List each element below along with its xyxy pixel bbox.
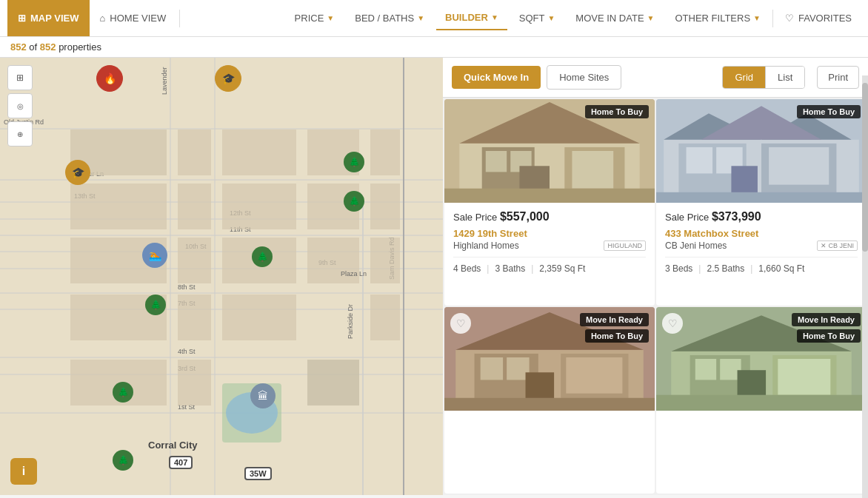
listing-address[interactable]: 433 Matchbox Street <box>665 228 858 239</box>
tree-pin-1[interactable]: 🌲 <box>145 295 166 315</box>
tree-pin-2[interactable]: 🌲 <box>252 246 273 267</box>
svg-rect-61 <box>486 151 507 172</box>
svg-rect-55 <box>370 295 400 340</box>
baths-spec: 3 Baths <box>495 263 525 274</box>
tree-pin-4[interactable]: 🌲 <box>344 191 364 212</box>
home-sites-tab[interactable]: Home Sites <box>547 65 621 90</box>
badge-container: Move In Ready Home To Buy <box>580 313 649 343</box>
home-to-buy-badge: Home To Buy <box>585 329 649 343</box>
listing-card[interactable]: Home To Buy Sale Price $373,990 433 Matc… <box>656 99 867 306</box>
svg-rect-73 <box>687 147 713 174</box>
listing-address[interactable]: 1429 19th Street <box>453 228 646 239</box>
moveindate-filter-label: MOVE IN DATE <box>575 13 644 24</box>
bedbaths-filter-button[interactable]: BED / BATHS ▼ <box>346 7 433 30</box>
listing-info <box>656 411 867 470</box>
beds-spec: 3 Beds <box>665 263 692 274</box>
heart-icon: ♡ <box>785 13 794 24</box>
badge-container: Home To Buy <box>585 105 649 118</box>
spec-divider-2: | <box>750 263 752 274</box>
fire-station-pin[interactable]: 🔥 <box>96 65 123 92</box>
tree-pin-3[interactable]: 🌲 <box>344 152 364 172</box>
sqft-filter-button[interactable]: SQFT ▼ <box>510 7 564 30</box>
svg-rect-96 <box>778 359 830 395</box>
moveindate-filter-button[interactable]: MOVE IN DATE ▼ <box>567 7 663 30</box>
builder-name: CB Jeni Homes <box>665 240 727 251</box>
scrollbar-thumb[interactable] <box>862 83 868 252</box>
favorites-label: FAVORITES <box>798 13 852 24</box>
moveindate-arrow-icon: ▼ <box>647 14 655 22</box>
sqft-arrow-icon: ▼ <box>547 14 555 22</box>
school-pin-left[interactable]: 🎓 <box>65 160 90 185</box>
svg-rect-83 <box>481 357 503 379</box>
traffic-button[interactable]: ◎ <box>7 93 33 118</box>
svg-rect-98 <box>656 394 867 410</box>
move-in-ready-badge: Move In Ready <box>792 313 861 326</box>
home-view-label: HOME VIEW <box>110 13 166 24</box>
listing-card[interactable]: ♡ Move In Ready Home To Buy <box>656 307 867 494</box>
price-filter-button[interactable]: PRICE ▼ <box>286 7 344 30</box>
move-in-ready-badge: Move In Ready <box>580 313 649 326</box>
svg-rect-44 <box>222 129 296 175</box>
sqft-spec: 2,359 Sq Ft <box>539 263 585 274</box>
map-background: Old Justin Rd Harrier Ln 13th St 12th St… <box>0 58 443 495</box>
print-button[interactable]: Print <box>817 66 859 89</box>
map-view-button[interactable]: ⊞ MAP VIEW <box>7 0 90 36</box>
tree-pin-5[interactable]: 🌲 <box>113 382 133 403</box>
listings-grid: Home To Buy Sale Price $557,000 1429 19t… <box>443 98 868 495</box>
price-filter-label: PRICE <box>295 13 324 24</box>
listing-card[interactable]: ♡ Move In Ready Home To Buy <box>444 307 655 494</box>
spec-divider-1: | <box>698 263 701 274</box>
listing-info: Sale Price $373,990 433 Matchbox Street … <box>656 203 867 281</box>
map-view-label: MAP VIEW <box>30 13 79 24</box>
svg-text:Parkside Dr: Parkside Dr <box>347 304 354 339</box>
quick-move-in-tab[interactable]: Quick Move In <box>452 66 541 89</box>
layers-button[interactable]: ⊞ <box>7 65 33 90</box>
nav-divider <box>179 10 180 27</box>
home-to-buy-badge: Home To Buy <box>797 105 861 118</box>
sqft-filter-label: SQFT <box>519 13 545 24</box>
favorite-button[interactable]: ♡ <box>662 313 683 334</box>
map-info-button[interactable]: i <box>10 458 37 485</box>
svg-rect-47 <box>222 295 296 340</box>
otherfilters-filter-label: OTHER FILTERS <box>675 13 750 24</box>
spec-divider-2: | <box>531 263 533 274</box>
home-icon: ⌂ <box>100 13 106 24</box>
home-to-buy-badge: Home To Buy <box>797 329 861 343</box>
school-pin-top[interactable]: 🎓 <box>215 65 241 92</box>
svg-rect-42 <box>178 295 211 340</box>
listing-info: Sale Price $557,000 1429 19th Street Hig… <box>444 203 655 281</box>
list-view-button[interactable]: List <box>765 67 804 88</box>
favorite-button[interactable]: ♡ <box>450 313 471 334</box>
home-view-button[interactable]: ⌂ HOME VIEW <box>90 7 177 30</box>
listing-image: Home To Buy <box>444 99 655 203</box>
otherfilters-filter-button[interactable]: OTHER FILTERS ▼ <box>666 7 769 30</box>
scrollbar-track[interactable] <box>862 75 868 495</box>
svg-rect-88 <box>444 397 655 410</box>
svg-rect-64 <box>572 151 613 189</box>
svg-rect-76 <box>769 147 829 185</box>
favorites-button[interactable]: ♡ FAVORITES <box>776 7 861 30</box>
govt-pin[interactable]: 🏛 <box>250 383 276 408</box>
results-total: 852 <box>40 41 56 53</box>
svg-rect-51 <box>307 360 359 406</box>
svg-rect-52 <box>370 129 400 175</box>
sale-price: Sale Price $373,990 <box>665 210 858 223</box>
listing-image: Home To Buy <box>656 99 867 203</box>
svg-text:Lavender: Lavender <box>161 67 168 95</box>
nav-divider-2 <box>772 10 773 27</box>
baths-spec: 2.5 Baths <box>707 263 744 274</box>
map-svg: Old Justin Rd Harrier Ln 13th St 12th St… <box>0 58 443 495</box>
results-bar: 852 of 852 properties <box>0 37 868 58</box>
satellite-button[interactable]: ⊕ <box>7 121 33 147</box>
svg-rect-45 <box>222 184 296 229</box>
grid-view-button[interactable]: Grid <box>723 67 765 88</box>
svg-rect-86 <box>566 357 622 393</box>
svg-rect-54 <box>370 238 400 283</box>
svg-rect-41 <box>178 238 211 283</box>
listing-card[interactable]: Home To Buy Sale Price $557,000 1429 19t… <box>444 99 655 306</box>
builder-filter-button[interactable]: BUILDER ▼ <box>436 6 507 30</box>
sqft-spec: 1,660 Sq Ft <box>758 263 804 274</box>
swim-pin[interactable]: 🏊 <box>142 243 167 268</box>
tree-pin-6[interactable]: 🌲 <box>113 450 133 471</box>
map-area[interactable]: Old Justin Rd Harrier Ln 13th St 12th St… <box>0 58 443 495</box>
